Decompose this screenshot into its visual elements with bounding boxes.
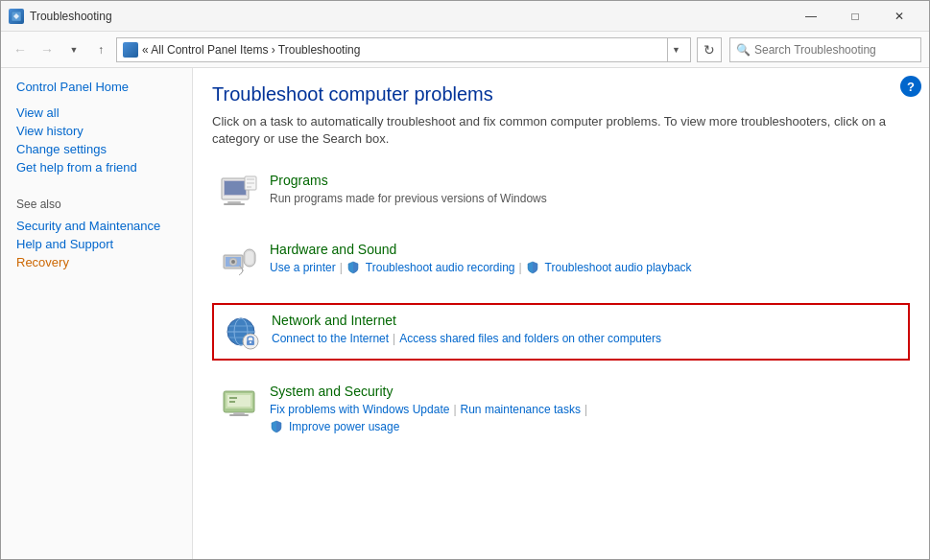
network-content: Network and Internet Connect to the Inte… xyxy=(272,313,900,345)
sidebar: Control Panel Home View all View history… xyxy=(1,68,193,559)
maintenance-tasks-link[interactable]: Run maintenance tasks xyxy=(461,403,581,416)
hardware-sound-links: Use a printer | Troubleshoot audio recor… xyxy=(270,261,902,274)
up-button[interactable]: ↑ xyxy=(89,38,112,61)
main-layout: Control Panel Home View all View history… xyxy=(1,68,929,559)
svg-rect-28 xyxy=(229,401,235,403)
hardware-sound-content: Hardware and Sound Use a printer | Troub… xyxy=(270,242,902,274)
audio-playback-link[interactable]: Troubleshoot audio playback xyxy=(545,261,692,274)
see-also-title: See also xyxy=(16,198,177,211)
system-security-icon xyxy=(220,384,258,422)
system-security-links-2: Improve power usage xyxy=(270,420,902,433)
network-internet-icon xyxy=(222,313,260,351)
hardware-sound-title[interactable]: Hardware and Sound xyxy=(270,242,902,257)
title-bar: Troubleshooting — □ ✕ xyxy=(1,1,929,32)
hardware-sound-icon xyxy=(220,242,258,280)
close-button[interactable]: ✕ xyxy=(877,1,921,32)
page-title: Troubleshoot computer problems xyxy=(212,83,910,105)
search-box: 🔍 xyxy=(729,37,921,62)
programs-title[interactable]: Programs xyxy=(270,173,902,188)
window-controls: — □ ✕ xyxy=(789,1,921,32)
shield-icon-2 xyxy=(526,261,539,274)
forward-button[interactable]: → xyxy=(36,38,59,61)
svg-rect-3 xyxy=(225,181,246,195)
programs-content: Programs Run programs made for previous … xyxy=(270,173,902,205)
svg-rect-9 xyxy=(247,186,251,188)
svg-rect-4 xyxy=(227,201,241,203)
shield-icon-1 xyxy=(346,261,360,274)
shield-icon-3 xyxy=(270,420,283,433)
system-security-links: Fix problems with Windows Update | Run m… xyxy=(270,403,902,416)
back-button[interactable]: ← xyxy=(9,38,32,61)
windows-update-link[interactable]: Fix problems with Windows Update xyxy=(270,403,449,416)
maximize-button[interactable]: □ xyxy=(833,1,877,32)
programs-subtitle: Run programs made for previous versions … xyxy=(270,192,902,205)
see-also-section: See also Security and Maintenance Help a… xyxy=(16,198,177,269)
power-usage-link[interactable]: Improve power usage xyxy=(289,420,399,433)
address-bar: ← → ▼ ↑ « All Control Panel Items › Trou… xyxy=(1,32,929,68)
svg-rect-30 xyxy=(229,414,249,416)
address-icon xyxy=(123,42,138,58)
network-internet-links: Connect to the Internet | Access shared … xyxy=(272,332,900,345)
sidebar-item-recovery[interactable]: Recovery xyxy=(16,255,177,269)
window-title: Troubleshooting xyxy=(30,10,789,23)
network-internet-title[interactable]: Network and Internet xyxy=(272,313,900,328)
svg-rect-7 xyxy=(247,178,254,180)
svg-rect-27 xyxy=(229,397,237,399)
svg-rect-15 xyxy=(246,251,253,265)
svg-rect-8 xyxy=(247,182,254,184)
sidebar-item-view-history[interactable]: View history xyxy=(16,124,177,138)
use-printer-link[interactable]: Use a printer xyxy=(270,261,336,274)
sidebar-item-get-help[interactable]: Get help from a friend xyxy=(16,160,177,175)
search-icon: 🔍 xyxy=(736,43,751,57)
sidebar-item-change-settings[interactable]: Change settings xyxy=(16,142,177,156)
minimize-button[interactable]: — xyxy=(789,1,833,32)
address-text: « All Control Panel Items › Troubleshoot… xyxy=(142,43,663,57)
address-field[interactable]: « All Control Panel Items › Troubleshoot… xyxy=(116,37,691,62)
system-security-title[interactable]: System and Security xyxy=(270,384,902,399)
sidebar-item-control-panel-home[interactable]: Control Panel Home xyxy=(16,80,177,94)
programs-icon xyxy=(220,173,258,211)
dropdown-button[interactable]: ▼ xyxy=(62,38,85,61)
audio-recording-link[interactable]: Troubleshoot audio recording xyxy=(366,261,515,274)
page-description: Click on a task to automatically trouble… xyxy=(212,113,910,148)
category-hardware-sound: Hardware and Sound Use a printer | Troub… xyxy=(212,234,910,288)
svg-point-13 xyxy=(231,260,235,264)
address-dropdown-btn[interactable]: ▼ xyxy=(667,37,684,62)
svg-rect-29 xyxy=(233,412,245,414)
category-system-security: System and Security Fix problems with Wi… xyxy=(212,376,910,441)
connect-internet-link[interactable]: Connect to the Internet xyxy=(272,332,389,345)
svg-point-23 xyxy=(250,341,251,343)
main-window: Troubleshooting — □ ✕ ← → ▼ ↑ « All Cont… xyxy=(0,0,930,560)
sidebar-item-view-all[interactable]: View all xyxy=(16,105,177,120)
content-area: ? Troubleshoot computer problems Click o… xyxy=(193,68,929,559)
help-button[interactable]: ? xyxy=(900,76,921,97)
shared-files-link[interactable]: Access shared files and folders on other… xyxy=(399,332,661,345)
category-programs: Programs Run programs made for previous … xyxy=(212,165,910,219)
sidebar-item-security[interactable]: Security and Maintenance xyxy=(16,219,177,233)
system-security-content: System and Security Fix problems with Wi… xyxy=(270,384,902,433)
sidebar-item-help-support[interactable]: Help and Support xyxy=(16,237,177,251)
app-icon xyxy=(9,9,24,24)
refresh-button[interactable]: ↻ xyxy=(697,37,722,62)
search-input[interactable] xyxy=(754,43,915,57)
category-network-internet: Network and Internet Connect to the Inte… xyxy=(212,303,910,361)
svg-rect-5 xyxy=(224,203,245,205)
